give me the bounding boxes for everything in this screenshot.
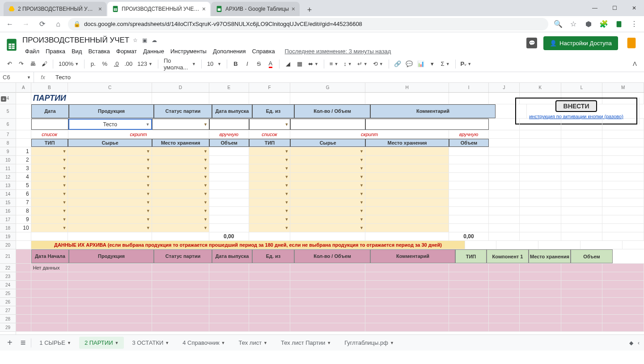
storage-cell-3[interactable]: ▼ (152, 164, 209, 172)
row-header-15[interactable]: 15 (0, 198, 16, 207)
row-header-10[interactable]: 10 (0, 156, 16, 164)
last-edit-link[interactable]: Последнее изменение: 3 минуты назад (282, 47, 394, 56)
raw-cell-4[interactable]: ▼ (68, 173, 152, 181)
link-button[interactable]: 🔗 (393, 58, 402, 70)
row-header-21[interactable]: 21 (0, 249, 16, 264)
col-header-I[interactable]: I (449, 83, 489, 92)
row-header-7[interactable]: 7 (0, 130, 16, 139)
storage-cell-10[interactable]: ▼ (152, 224, 209, 232)
raw2-cell-5[interactable]: ▼ (290, 181, 365, 189)
forward-button[interactable]: → (20, 18, 32, 30)
status-dropdown[interactable]: ▼ (152, 119, 209, 130)
row-header-9[interactable]: 9 (0, 147, 16, 156)
raw2-cell-1[interactable]: ▼ (290, 147, 365, 155)
raw-cell-5[interactable]: ▼ (68, 181, 152, 189)
browser-tab-0[interactable]: 2 ПРОИЗВОДСТВЕННЫЙ УЧЕТ - × (4, 2, 106, 16)
fill-color-button[interactable]: ◢ (283, 58, 293, 70)
row-header-12[interactable]: 12 (0, 173, 16, 181)
storage2-cell-10[interactable] (365, 224, 449, 232)
comments-icon[interactable]: 💬 (526, 38, 537, 48)
type-cell-10[interactable]: ▼ (31, 224, 68, 232)
storage2-cell-8[interactable] (365, 207, 449, 215)
undo-button[interactable]: ↶ (4, 58, 14, 70)
raw-cell-8[interactable]: ▼ (68, 207, 152, 215)
row-header-24[interactable]: 24 (0, 281, 16, 289)
storage2-cell-7[interactable] (365, 198, 449, 206)
sheet-tab-5[interactable]: Тех лист Партии▼ (275, 337, 336, 349)
storage2-cell-1[interactable] (365, 147, 449, 155)
menu-addons[interactable]: Дополнения (210, 47, 249, 56)
all-sheets-button[interactable]: ≡ (18, 338, 29, 348)
vol-cell-5[interactable] (209, 181, 249, 189)
row-header-26[interactable]: 26 (0, 298, 16, 306)
input-release[interactable] (209, 119, 249, 130)
col-header-A[interactable]: A (16, 83, 31, 92)
col-header-H[interactable]: H (365, 83, 449, 92)
vol-cell-10[interactable] (209, 224, 249, 232)
input-date[interactable] (31, 119, 68, 130)
paint-format-button[interactable]: 🖌 (39, 58, 49, 70)
vol2-cell-8[interactable] (449, 207, 489, 215)
row-header-19[interactable]: 19 (0, 232, 16, 241)
row-header-18[interactable]: 18 (0, 224, 16, 232)
close-window-button[interactable]: ✕ (624, 1, 644, 15)
type-cell-5[interactable]: ▼ (31, 181, 68, 189)
sheets-logo-icon[interactable] (3, 36, 21, 54)
close-icon[interactable]: × (202, 5, 206, 13)
storage2-cell-9[interactable] (365, 215, 449, 223)
borders-button[interactable]: ▦ (295, 58, 305, 70)
close-icon[interactable]: × (98, 5, 102, 13)
menu-data[interactable]: Данные (140, 47, 167, 56)
cell-A4[interactable] (16, 93, 31, 104)
row-header-23[interactable]: 23 (0, 272, 16, 281)
raw2-cell-4[interactable]: ▼ (290, 173, 365, 181)
vol-cell-2[interactable] (209, 156, 249, 164)
storage2-cell-5[interactable] (365, 181, 449, 189)
input-qty[interactable] (290, 119, 365, 130)
storage2-cell-4[interactable] (365, 173, 449, 181)
vol-cell-4[interactable] (209, 173, 249, 181)
sheet-tab-6[interactable]: Гуглтаблицы.рф▼ (339, 337, 399, 349)
bold-button[interactable]: B (231, 58, 241, 70)
row-header-11[interactable]: 11 (0, 164, 16, 173)
row-header-17[interactable]: 17 (0, 215, 16, 224)
menu-edit[interactable]: Правка (43, 47, 68, 56)
halign-button[interactable]: ≡▼ (328, 60, 340, 67)
italic-button[interactable]: I (242, 58, 252, 70)
browser-tab-1[interactable]: ПРОИЗВОДСТВЕННЫЙ УЧЕТ - G × (107, 2, 210, 16)
filter-button[interactable]: ▾ (428, 58, 437, 70)
vol-cell-1[interactable] (209, 147, 249, 155)
menu-icon[interactable]: ⋮ (628, 18, 640, 30)
vol2-cell-7[interactable] (449, 198, 489, 206)
type2-cell-5[interactable]: ▼ (249, 181, 291, 189)
raw2-cell-3[interactable]: ▼ (290, 164, 365, 172)
functions-button[interactable]: Σ▼ (439, 60, 452, 67)
dec-add-button[interactable]: .00 (123, 58, 134, 70)
raw2-cell-10[interactable]: ▼ (290, 224, 365, 232)
sheet-tab-4[interactable]: Тех лист▼ (233, 337, 273, 349)
raw-cell-9[interactable]: ▼ (68, 215, 152, 223)
row-header-14[interactable]: 14 (0, 190, 16, 198)
col-header-D[interactable]: D (152, 83, 209, 92)
star-doc-icon[interactable]: ☆ (133, 37, 138, 43)
menu-help[interactable]: Справка (250, 47, 278, 56)
raw-cell-1[interactable]: ▼ (68, 147, 152, 155)
merge-button[interactable]: ⬌▼ (306, 60, 320, 67)
row-header-29[interactable]: 29 (0, 323, 16, 332)
vol-cell-9[interactable] (209, 215, 249, 223)
product-dropdown[interactable]: Тесто▼ (68, 119, 152, 130)
sheet-tab-3[interactable]: 4 Справочник▼ (177, 337, 230, 349)
comment-button[interactable]: 💬 (404, 58, 414, 70)
vol2-cell-5[interactable] (449, 181, 489, 189)
raw-cell-7[interactable]: ▼ (68, 198, 152, 206)
type2-cell-4[interactable]: ▼ (249, 173, 291, 181)
row-header-20[interactable]: 20 (0, 241, 16, 249)
spreadsheet-grid[interactable]: + 45678910111213141516171819202122232425… (0, 83, 644, 334)
side-panel-button[interactable]: ‹ (638, 340, 640, 346)
redo-button[interactable]: ↷ (16, 58, 26, 70)
vol2-cell-3[interactable] (449, 164, 489, 172)
type2-cell-10[interactable]: ▼ (249, 224, 291, 232)
col-header-C[interactable]: C (68, 83, 152, 92)
storage-cell-6[interactable]: ▼ (152, 190, 209, 198)
formula-input[interactable]: Тесто (52, 74, 644, 81)
